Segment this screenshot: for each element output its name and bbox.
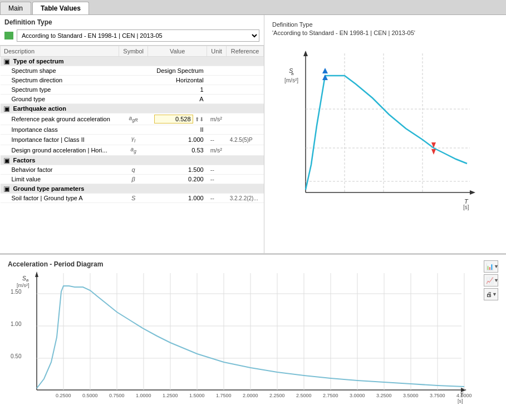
svg-text:2.2500: 2.2500	[269, 393, 285, 398]
svg-text:2.5000: 2.5000	[296, 393, 312, 398]
ref-spectrum-direction	[227, 76, 264, 85]
desc-spectrum-type: Spectrum type	[1, 85, 119, 95]
svg-text:1.0000: 1.0000	[136, 393, 151, 398]
section-label-earthquake: Earthquake action	[13, 105, 66, 112]
left-panel: Definition Type According to Standard - …	[0, 15, 264, 253]
val-limit-value: 0.200	[148, 175, 207, 184]
desc-spectrum-direction: Spectrum direction	[1, 76, 119, 85]
section-toggle-type[interactable]: ▣	[4, 59, 9, 65]
ref-design-ground-accel	[227, 145, 264, 156]
unit-spectrum-shape	[207, 66, 227, 76]
svg-text:3.2500: 3.2500	[376, 393, 392, 398]
unit-behavior-factor: --	[207, 165, 227, 175]
val-importance-class: II	[148, 125, 207, 135]
val-spectrum-direction: Horizontal	[148, 76, 207, 85]
spectrum-svg: S a [m/s²] T [s]	[272, 42, 484, 220]
svg-marker-18	[431, 149, 436, 155]
accel-chart-svg: 1.50 1.00 0.50 Sa [m/s²] T [s]	[8, 270, 475, 408]
svg-text:2.7500: 2.7500	[323, 393, 338, 398]
sym-design-ground-accel: ag	[119, 145, 148, 156]
input-ref-peak[interactable]	[154, 115, 193, 123]
definition-type-dropdown[interactable]: According to Standard - EN 1998-1 | CEN …	[17, 29, 259, 42]
data-table: Description Symbol Value Unit Reference …	[0, 46, 264, 203]
accel-chart-area: 1.50 1.00 0.50 Sa [m/s²] T [s]	[8, 270, 498, 409]
row-behavior-factor: Behavior factor q 1.500 --	[1, 165, 264, 175]
val-behavior-factor: 1.500	[148, 165, 207, 175]
sym-soil-factor: S	[119, 194, 148, 203]
col-unit: Unit	[207, 46, 227, 57]
row-spectrum-type: Spectrum type 1	[1, 85, 264, 95]
unit-ref-peak: m/s²	[207, 113, 227, 125]
section-label-factors: Factors	[13, 157, 36, 164]
desc-limit-value: Limit value	[1, 175, 119, 184]
dropdown-row: According to Standard - EN 1998-1 | CEN …	[0, 28, 264, 45]
row-soil-factor: Soil factor | Ground type A S 1.000 -- 3…	[1, 194, 264, 203]
data-table-wrapper: Description Symbol Value Unit Reference …	[0, 45, 264, 253]
section-toggle-ground[interactable]: ▣	[4, 186, 9, 192]
sym-importance-factor: γI	[119, 135, 148, 145]
svg-text:a: a	[291, 71, 294, 76]
row-spectrum-direction: Spectrum direction Horizontal	[1, 76, 264, 85]
svg-text:0.2500: 0.2500	[56, 393, 71, 398]
unit-design-ground-accel: m/s²	[207, 145, 227, 156]
section-label-ground: Ground type parameters	[13, 185, 85, 192]
unit-limit-value: --	[207, 175, 227, 184]
chart-icon: 📊	[486, 263, 494, 270]
svg-text:0.5000: 0.5000	[82, 393, 98, 398]
desc-spectrum-shape: Spectrum shape	[1, 66, 119, 76]
dropdown-arrow-chart: ▼	[494, 264, 499, 269]
sym-spectrum-shape	[119, 66, 148, 76]
tab-table-values[interactable]: Table Values	[32, 2, 89, 14]
ref-limit-value	[227, 175, 264, 184]
def-type-header: Definition Type	[0, 15, 264, 28]
svg-marker-3	[470, 190, 475, 195]
row-design-ground-accel: Design ground acceleration | Hori... ag …	[1, 145, 264, 156]
svg-text:0.50: 0.50	[11, 353, 22, 359]
col-symbol: Symbol	[119, 46, 148, 57]
row-ground-type: Ground type A	[1, 95, 264, 104]
row-limit-value: Limit value β 0.200 --	[1, 175, 264, 184]
val-design-ground-accel: 0.53	[148, 145, 207, 156]
sym-spectrum-direction	[119, 76, 148, 85]
desc-ref-peak: Reference peak ground acceleration	[1, 113, 119, 125]
ref-behavior-factor	[227, 165, 264, 175]
section-toggle-earthquake[interactable]: ▣	[4, 106, 9, 112]
section-toggle-factors[interactable]: ▣	[4, 158, 9, 164]
desc-design-ground-accel: Design ground acceleration | Hori...	[1, 145, 119, 156]
svg-marker-1	[303, 51, 308, 56]
svg-text:[s]: [s]	[463, 204, 469, 210]
svg-text:1.00: 1.00	[11, 321, 22, 327]
right-def-type-label: Definition Type 'According to Standard -…	[272, 21, 498, 38]
svg-text:0.7500: 0.7500	[109, 393, 125, 398]
desc-soil-factor: Soil factor | Ground type A	[1, 194, 119, 203]
svg-text:3.5000: 3.5000	[403, 393, 419, 398]
sym-spectrum-type	[119, 85, 148, 95]
svg-text:1.7500: 1.7500	[216, 393, 232, 398]
desc-ground-type: Ground type	[1, 95, 119, 104]
bottom-chart-title: Acceleration - Period Diagram	[8, 260, 498, 268]
tab-main[interactable]: Main	[0, 2, 31, 14]
desc-importance-class: Importance class	[1, 125, 119, 135]
svg-text:3.0000: 3.0000	[350, 393, 365, 398]
sym-ground-type	[119, 95, 148, 104]
svg-text:1.5000: 1.5000	[189, 393, 205, 398]
col-description: Description	[1, 46, 119, 57]
ref-spectrum-type	[227, 85, 264, 95]
unit-importance-class	[207, 125, 227, 135]
svg-text:1.2500: 1.2500	[163, 393, 178, 398]
ref-ground-type	[227, 95, 264, 104]
sym-ref-peak: agR	[119, 113, 148, 125]
svg-marker-16	[322, 68, 328, 73]
ref-importance-factor: 4.2.5(5)P	[227, 135, 264, 145]
svg-text:1.50: 1.50	[11, 289, 22, 295]
unit-spectrum-type	[207, 85, 227, 95]
section-ground-type-params: ▣ Ground type parameters	[1, 184, 264, 194]
col-value: Value	[148, 46, 207, 57]
bottom-section: Acceleration - Period Diagram 📊 ▼ 📈 ▼ 🖨 …	[0, 254, 506, 420]
section-factors: ▣ Factors	[1, 156, 264, 165]
val-soil-factor: 1.000	[148, 194, 207, 203]
unit-importance-factor: --	[207, 135, 227, 145]
row-importance-class: Importance class II	[1, 125, 264, 135]
ref-soil-factor: 3.2.2.2(2)...	[227, 194, 264, 203]
section-label-type: Type of spectrum	[13, 58, 64, 65]
